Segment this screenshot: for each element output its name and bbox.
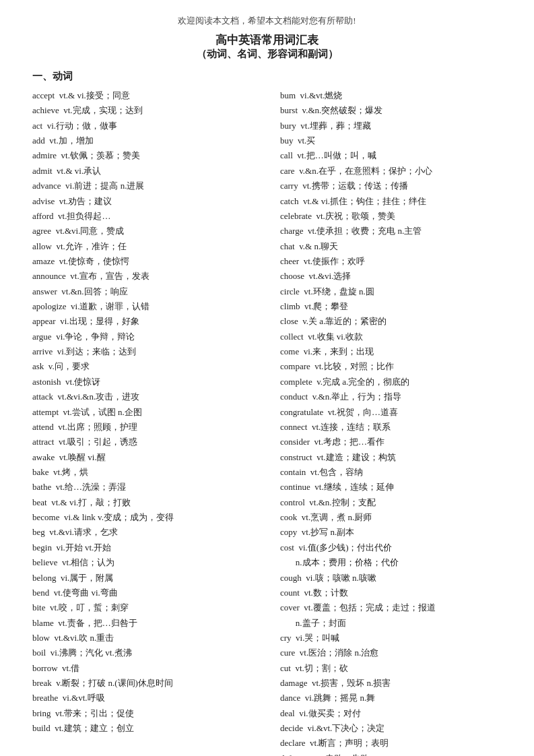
list-item: cure vt.医治；消除 n.治愈 — [280, 645, 502, 660]
list-item: bathe vt.给…洗澡；弄湿 — [32, 480, 267, 495]
list-item: agree vt.&vi.同意，赞成 — [32, 224, 267, 239]
columns: accept vt.& vi.接受；同意achieve vt.完成，实现；达到a… — [32, 88, 502, 756]
list-item: celebrate vt.庆祝；歌颂，赞美 — [280, 209, 502, 224]
list-item: bring vt.带来；引出；促使 — [32, 706, 267, 721]
list-item: advise vt.劝告；建议 — [32, 194, 267, 209]
section-heading: 一、动词 — [32, 70, 502, 83]
list-item: choose vt.&vi.选择 — [280, 269, 502, 284]
list-item: cry vi.哭；叫喊 — [280, 631, 502, 645]
list-item: afford vt.担负得起… — [32, 209, 267, 224]
list-item: beat vt.& vi.打，敲；打败 — [32, 495, 267, 510]
list-item: apologize vi.道歉，谢罪，认错 — [32, 299, 267, 314]
list-item: circle vt.环绕，盘旋 n.圆 — [280, 284, 502, 299]
list-item: construct vt.建造；建设；构筑 — [280, 450, 502, 465]
list-item: belong vi.属于，附属 — [32, 571, 267, 586]
left-column: accept vt.& vi.接受；同意achieve vt.完成，实现；达到a… — [32, 88, 275, 756]
list-item: consider vt.考虑；把…看作 — [280, 435, 502, 449]
list-item: break v.断裂；打破 n.(课间)休息时间 — [32, 676, 267, 691]
list-item: bite vt.咬，叮，蜇；刺穿 — [32, 600, 267, 615]
list-item: blow vt.&vi.吹 n.重击 — [32, 631, 267, 645]
list-item: cough vi.咳；咳嗽 n.咳嗽 — [280, 571, 502, 586]
title-sub: （动词、名词、形容词和副词） — [32, 48, 502, 61]
list-item: compare vt.比较，对照；比作 — [280, 359, 502, 374]
list-item: catch vt.& vi.抓住；钩住；挂住；绊住 — [280, 194, 502, 209]
list-item: conduct v.&n.举止，行为；指导 — [280, 389, 502, 404]
list-item: amaze vt.使惊奇，使惊愕 — [32, 254, 267, 269]
list-item: decide vi.&vt.下决心；决定 — [280, 721, 502, 736]
list-item: charge vt.使承担；收费；充电 n.主管 — [280, 224, 502, 239]
list-item: continue vt.继续，连续；延伸 — [280, 480, 502, 495]
list-item: bake vt.烤，烘 — [32, 465, 267, 480]
list-item: begin vi.开始 vt.开始 — [32, 540, 267, 555]
list-item: blame vt.责备，把…归咎于 — [32, 616, 267, 631]
list-item: chat v.& n.聊天 — [280, 239, 502, 254]
list-item: admire vt.钦佩；羡慕；赞美 — [32, 148, 267, 163]
list-item: call vt.把…叫做；叫，喊 — [280, 148, 502, 163]
list-item: cheer vt.使振作；欢呼 — [280, 254, 502, 269]
list-item: connect vt.连接，连结；联系 — [280, 420, 502, 435]
list-item: breathe vi.&vt.呼吸 — [32, 691, 267, 705]
list-item: cook vt.烹调，煮 n.厨师 — [280, 510, 502, 525]
list-item: attract vt.吸引；引起，诱惑 — [32, 435, 267, 449]
list-item: copy vt.抄写 n.副本 — [280, 525, 502, 540]
list-item: borrow vt.借 — [32, 661, 267, 676]
list-item: announce vt.宣布，宣告，发表 — [32, 269, 267, 284]
list-item: attack vt.&vi.&n.攻击，进攻 — [32, 389, 267, 404]
list-item: allow vt.允许，准许；任 — [32, 239, 267, 254]
list-item: collect vt.收集 vi.收款 — [280, 329, 502, 344]
list-item: control vt.&n.控制；支配 — [280, 495, 502, 510]
list-item: ask v.问，要求 — [32, 359, 267, 374]
list-item: astonish vt.使惊讶 — [32, 375, 267, 389]
list-item: contain vt.包含，容纳 — [280, 465, 502, 480]
list-item: argue vi.争论，争辩，辩论 — [32, 329, 267, 344]
list-item: believe vt.相信；认为 — [32, 555, 267, 570]
list-item: accept vt.& vi.接受；同意 — [32, 88, 267, 103]
list-item: declare vt.断言；声明；表明 — [280, 736, 502, 751]
list-item: bend vt.使弯曲 vi.弯曲 — [32, 586, 267, 600]
list-item: congratulate vt.祝贺，向…道喜 — [280, 405, 502, 420]
list-item: burst v.&n.突然破裂；爆发 — [280, 103, 502, 118]
list-item: attend vt.出席；照顾，护理 — [32, 420, 267, 435]
list-item: count vt.数；计数 — [280, 586, 502, 600]
list-item: boil vi.沸腾；汽化 vt.煮沸 — [32, 645, 267, 660]
list-item: care v.&n.在乎，在意照料；保护；小心 — [280, 164, 502, 179]
list-item: add vt.加，增加 — [32, 133, 267, 148]
title-main: 高中英语常用词汇表 — [32, 32, 502, 48]
list-item: achieve vt.完成，实现；达到 — [32, 103, 267, 118]
list-item: complete v.完成 a.完全的，彻底的 — [280, 375, 502, 389]
list-item: become vi.& link v.变成；成为，变得 — [32, 510, 267, 525]
list-item: defeat v.&n.击败；失败 — [280, 751, 502, 756]
list-item: cover vt.覆盖；包括；完成；走过；报道 n.盖子；封面 — [280, 600, 502, 631]
list-item: act vi.行动；做，做事 — [32, 119, 267, 133]
list-item: deal vi.做买卖；对付 — [280, 706, 502, 721]
list-item: attempt vt.尝试，试图 n.企图 — [32, 405, 267, 420]
list-item: close v.关 a.靠近的；紧密的 — [280, 314, 502, 329]
list-item: arrive vi.到达；来临；达到 — [32, 344, 267, 359]
list-item: cost vi.值(多少钱)；付出代价 n.成本；费用；价格；代价 — [280, 540, 502, 571]
list-item: carry vt.携带；运载；传送；传播 — [280, 179, 502, 193]
list-item: come vi.来，来到；出现 — [280, 344, 502, 359]
list-item: advance vi.前进；提高 n.进展 — [32, 179, 267, 193]
page: 欢迎阅读本文档，希望本文档能对您有所帮助! 高中英语常用词汇表 （动词、名词、形… — [0, 0, 534, 756]
list-item: beg vt.&vi.请求，乞求 — [32, 525, 267, 540]
list-item: dance vi.跳舞；摇晃 n.舞 — [280, 691, 502, 705]
title-block: 高中英语常用词汇表 （动词、名词、形容词和副词） — [32, 32, 502, 61]
list-item: bury vt.埋葬，葬；埋藏 — [280, 119, 502, 133]
list-item: build vt.建筑；建立；创立 — [32, 721, 267, 736]
list-item: cut vt.切；割；砍 — [280, 661, 502, 676]
list-item: awake vt.唤醒 vi.醒 — [32, 450, 267, 465]
list-item: answer vt.&n.回答；响应 — [32, 284, 267, 299]
list-item: buy vt.买 — [280, 133, 502, 148]
list-item: bum vi.&vt.燃烧 — [280, 88, 502, 103]
list-item: admit vt.& vi.承认 — [32, 164, 267, 179]
top-bar: 欢迎阅读本文档，希望本文档能对您有所帮助! — [32, 12, 502, 32]
right-column: bum vi.&vt.燃烧burst v.&n.突然破裂；爆发bury vt.埋… — [275, 88, 502, 756]
list-item: damage vt.损害，毁坏 n.损害 — [280, 676, 502, 691]
list-item: appear vi.出现；显得，好象 — [32, 314, 267, 329]
list-item: climb vt.爬；攀登 — [280, 299, 502, 314]
